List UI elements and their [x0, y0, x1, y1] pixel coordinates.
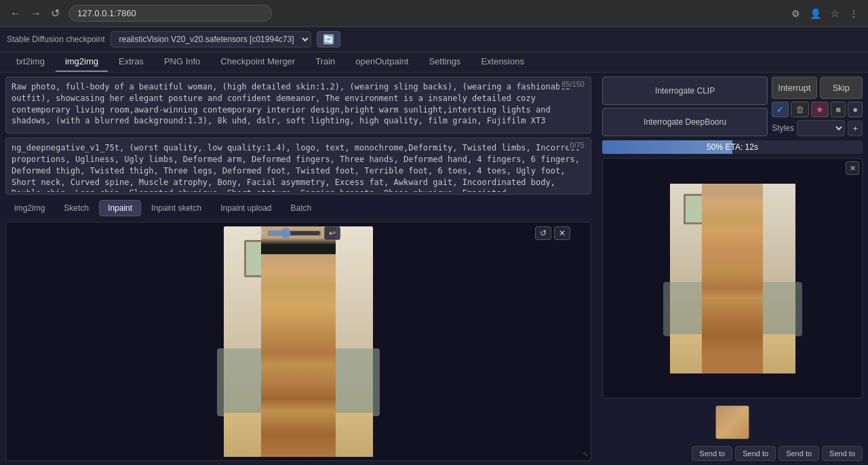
- address-bar[interactable]: [68, 5, 272, 22]
- back-button[interactable]: ←: [7, 5, 24, 21]
- nav-tabs: txt2img img2img Extras PNG Info Checkpoi…: [0, 52, 868, 73]
- interrupt-skip-row: Interrupt Skip: [772, 77, 863, 99]
- action-row: Interrogate CLIP Interrogate DeepBooru I…: [602, 77, 863, 136]
- woman-figure: [261, 226, 336, 457]
- progress-label: 50% ETA: 12s: [707, 142, 758, 152]
- tab-txt2img[interactable]: txt2img: [7, 52, 54, 72]
- gen-buttons: Interrupt Skip ✓ 🗑 ★ ■ ● Styles: [772, 77, 863, 136]
- forward-button[interactable]: →: [27, 5, 45, 21]
- sub-tab-sketch[interactable]: Sketch: [55, 200, 98, 216]
- browser-chrome: ← → ↺ ⚙ 👤 ☆ ⋮: [0, 0, 868, 27]
- negative-prompt-counter: 0/75: [568, 141, 587, 149]
- style-square-button[interactable]: ■: [831, 102, 846, 117]
- checkpoint-select[interactable]: realisticVision V20_v20.safetensors [c01…: [111, 31, 311, 47]
- sub-tab-img2img[interactable]: img2img: [5, 200, 54, 216]
- thumbnail-strip: [602, 403, 863, 442]
- tab-settings[interactable]: Settings: [419, 52, 470, 72]
- positive-prompt-box: 85/150 Raw photo, full-body of a beautif…: [5, 77, 591, 134]
- tab-open-outpaint[interactable]: openOutpaint: [346, 52, 418, 72]
- result-scene: [670, 184, 795, 373]
- negative-prompt-box: 0/75 ng_deepnegative_v1_75t, (worst qual…: [5, 138, 591, 195]
- canvas-toolbar: ↺ ✕: [535, 226, 570, 240]
- style-icon-buttons: ✓ 🗑 ★ ■ ●: [772, 102, 863, 117]
- checkpoint-refresh-button[interactable]: 🔄: [317, 31, 340, 47]
- positive-prompt-textarea[interactable]: Raw photo, full-body of a beautiful woma…: [6, 77, 591, 131]
- app-container: Stable Diffusion checkpoint realisticVis…: [0, 27, 868, 465]
- main-content: 85/150 Raw photo, full-body of a beautif…: [0, 73, 868, 465]
- result-close-button[interactable]: ✕: [846, 161, 859, 175]
- reload-button[interactable]: ↺: [47, 5, 63, 21]
- profile-icon[interactable]: 👤: [807, 7, 824, 20]
- tab-extensions[interactable]: Extensions: [471, 52, 534, 72]
- sub-tab-inpaint-sketch[interactable]: Inpaint sketch: [142, 200, 210, 216]
- result-woman-figure: [702, 184, 763, 373]
- send-to-button-2[interactable]: Send to: [735, 446, 776, 461]
- style-trash-button[interactable]: 🗑: [791, 102, 809, 117]
- sub-tab-inpaint-upload[interactable]: Inpaint upload: [212, 200, 280, 216]
- more-icon[interactable]: ⋮: [846, 7, 861, 20]
- style-star-button[interactable]: ★: [811, 102, 829, 117]
- interrogate-buttons: Interrogate CLIP Interrogate DeepBooru: [602, 77, 768, 136]
- styles-add-button[interactable]: +: [848, 121, 863, 136]
- send-to-button-3[interactable]: Send to: [778, 446, 819, 461]
- sub-tabs: img2img Sketch Inpaint Inpaint sketch In…: [5, 199, 591, 218]
- left-panel: 85/150 Raw photo, full-body of a beautif…: [0, 73, 597, 465]
- styles-select[interactable]: [797, 120, 845, 136]
- send-to-button-1[interactable]: Send to: [692, 446, 732, 461]
- tab-extras[interactable]: Extras: [109, 52, 153, 72]
- browser-nav: ← → ↺: [7, 5, 63, 21]
- canvas-close-button[interactable]: ✕: [554, 226, 570, 240]
- tab-checkpoint-merger[interactable]: Checkpoint Merger: [211, 52, 304, 72]
- send-to-bar: Send to Send to Send to Send to: [602, 446, 863, 461]
- extensions-icon[interactable]: ⚙: [789, 7, 803, 20]
- thumbnail-item[interactable]: [715, 405, 749, 439]
- progress-bar: 50% ETA: 12s: [602, 140, 863, 154]
- canvas-reset-button[interactable]: ↺: [535, 226, 551, 240]
- brush-icon: ✏: [256, 228, 264, 239]
- thumbnail-image: [716, 406, 749, 439]
- interrupt-button[interactable]: Interrupt: [772, 77, 816, 99]
- brush-undo-button[interactable]: ↩: [324, 226, 340, 240]
- sub-tab-inpaint[interactable]: Inpaint: [99, 200, 141, 216]
- brush-size-slider[interactable]: [267, 228, 321, 239]
- canvas-scene: [224, 226, 373, 457]
- checkpoint-bar: Stable Diffusion checkpoint realisticVis…: [0, 27, 868, 52]
- interrogate-deepbooru-button[interactable]: Interrogate DeepBooru: [602, 108, 768, 136]
- sub-tab-batch[interactable]: Batch: [282, 200, 321, 216]
- right-panel: Interrogate CLIP Interrogate DeepBooru I…: [597, 73, 868, 465]
- canvas-area[interactable]: ↺ ✕ ✏ ↩ ⤡: [5, 222, 591, 461]
- result-area: ✕: [602, 158, 863, 399]
- canvas-resize-handle[interactable]: ⤡: [583, 450, 588, 458]
- style-checkmark-button[interactable]: ✓: [772, 102, 789, 117]
- styles-label: Styles: [772, 123, 794, 133]
- skip-button[interactable]: Skip: [820, 77, 863, 99]
- bookmark-icon[interactable]: ☆: [828, 7, 842, 20]
- send-to-button-4[interactable]: Send to: [822, 446, 863, 461]
- tab-img2img[interactable]: img2img: [56, 52, 108, 72]
- checkpoint-label: Stable Diffusion checkpoint: [7, 35, 105, 44]
- negative-prompt-textarea[interactable]: ng_deepnegative_v1_75t, (worst quality, …: [6, 138, 591, 192]
- tab-train[interactable]: Train: [306, 52, 344, 72]
- styles-row: Styles +: [772, 120, 863, 136]
- browser-icon-area: ⚙ 👤 ☆ ⋮: [789, 7, 861, 20]
- positive-prompt-counter: 85/150: [559, 80, 587, 88]
- tab-png-info[interactable]: PNG Info: [155, 52, 210, 72]
- brush-size-control: ✏ ↩: [256, 226, 340, 240]
- style-circle-button[interactable]: ●: [848, 102, 863, 117]
- interrogate-clip-button[interactable]: Interrogate CLIP: [602, 77, 768, 105]
